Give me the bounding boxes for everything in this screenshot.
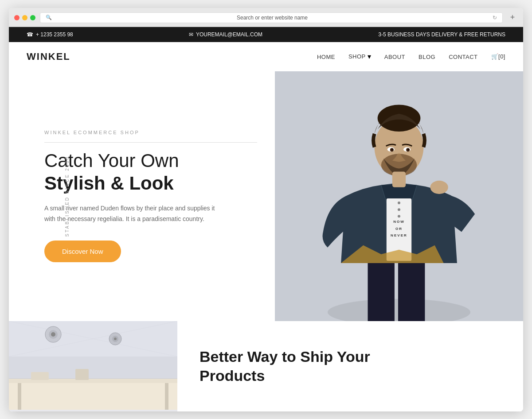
bottom-heading: Better Way to Ship Your Products bbox=[200, 347, 501, 385]
topbar-delivery: 3-5 BUSINESS DAYS DELIVERY & FREE RETURN… bbox=[378, 31, 505, 38]
browser-chrome: 🔍 Search or enter website name ↻ + bbox=[9, 8, 523, 27]
nav-link-shop[interactable]: SHOP bbox=[348, 53, 366, 60]
svg-point-29 bbox=[114, 338, 117, 340]
bottom-image bbox=[9, 321, 177, 410]
nav-item-shop[interactable]: SHOP ▾ bbox=[348, 52, 371, 61]
maximize-button[interactable] bbox=[30, 15, 35, 20]
bottom-heading-line2: Products bbox=[200, 367, 265, 384]
bottom-heading-line1: Better Way to Ship Your bbox=[200, 348, 370, 365]
nav-link-contact[interactable]: CONTACT bbox=[449, 54, 477, 60]
email-icon: ✉ bbox=[189, 31, 193, 38]
email-address: YOUREMAIL@EMAIL.COM bbox=[196, 31, 262, 38]
svg-point-26 bbox=[51, 332, 55, 337]
svg-rect-32 bbox=[9, 383, 177, 410]
address-bar[interactable]: 🔍 Search or enter website name ↻ bbox=[40, 12, 503, 23]
hero-section: STABLISHED SINCE 2000 WINKEL ECOMMERCE S… bbox=[9, 71, 523, 321]
new-tab-button[interactable]: + bbox=[507, 12, 518, 23]
svg-rect-36 bbox=[75, 369, 89, 380]
refresh-icon[interactable]: ↻ bbox=[493, 15, 497, 21]
address-text: Search or enter website name bbox=[55, 15, 490, 21]
bottom-left-image bbox=[9, 321, 177, 411]
svg-rect-33 bbox=[18, 383, 21, 410]
nav-link-home[interactable]: HOME bbox=[317, 54, 335, 60]
topbar-phone: ☎ + 1235 2355 98 bbox=[27, 31, 73, 38]
svg-rect-2 bbox=[368, 259, 395, 321]
svg-rect-3 bbox=[398, 259, 425, 321]
hero-left: STABLISHED SINCE 2000 WINKEL ECOMMERCE S… bbox=[9, 71, 275, 321]
browser-window: 🔍 Search or enter website name ↻ + ☎ + 1… bbox=[9, 8, 523, 411]
hero-image: NOW OR NEVER bbox=[275, 71, 523, 321]
nav-link-blog[interactable]: BLOG bbox=[419, 54, 435, 60]
svg-point-10 bbox=[398, 215, 400, 217]
svg-text:OR: OR bbox=[395, 226, 403, 230]
svg-rect-21 bbox=[392, 171, 406, 187]
site-content: ☎ + 1235 2355 98 ✉ YOUREMAIL@EMAIL.COM 3… bbox=[9, 27, 523, 411]
cart-link[interactable]: 🛒[0] bbox=[491, 53, 505, 60]
nav-links: HOME SHOP ▾ ABOUT BLOG CONTACT 🛒[0] bbox=[317, 52, 505, 61]
hero-right: NOW OR NEVER bbox=[275, 71, 523, 321]
search-icon: 🔍 bbox=[46, 15, 52, 20]
traffic-lights bbox=[14, 15, 35, 20]
site-logo[interactable]: WINKEL bbox=[27, 51, 70, 62]
nav-item-home[interactable]: HOME bbox=[317, 53, 335, 61]
svg-point-20 bbox=[407, 148, 409, 150]
svg-point-19 bbox=[391, 148, 393, 150]
delivery-text: 3-5 BUSINESS DAYS DELIVERY & FREE RETURN… bbox=[378, 31, 505, 38]
topbar-email: ✉ YOUREMAIL@EMAIL.COM bbox=[189, 31, 262, 38]
svg-text:NOW: NOW bbox=[393, 220, 405, 224]
svg-text:NEVER: NEVER bbox=[391, 233, 407, 237]
nav-item-blog[interactable]: BLOG bbox=[419, 53, 435, 61]
nav-item-contact[interactable]: CONTACT bbox=[449, 53, 477, 61]
nav-item-about[interactable]: ABOUT bbox=[384, 53, 405, 61]
top-bar: ☎ + 1235 2355 98 ✉ YOUREMAIL@EMAIL.COM 3… bbox=[9, 27, 523, 42]
hero-title-bold: Stylish & Look bbox=[44, 172, 257, 194]
vertical-text: STABLISHED SINCE 2000 bbox=[65, 155, 70, 237]
close-button[interactable] bbox=[14, 15, 20, 20]
chevron-down-icon: ▾ bbox=[368, 52, 371, 61]
svg-rect-35 bbox=[31, 372, 49, 380]
svg-point-11 bbox=[430, 180, 448, 194]
bottom-section: Better Way to Ship Your Products bbox=[9, 321, 523, 411]
phone-number: + 1235 2355 98 bbox=[36, 31, 73, 38]
hero-description: A small river named Duden flows by their… bbox=[44, 203, 222, 225]
bottom-right-text: Better Way to Ship Your Products bbox=[177, 321, 523, 411]
phone-icon: ☎ bbox=[27, 31, 33, 38]
svg-point-9 bbox=[398, 208, 400, 211]
minimize-button[interactable] bbox=[22, 15, 27, 20]
nav-item-cart[interactable]: 🛒[0] bbox=[491, 53, 505, 60]
hero-subtitle: WINKEL ECOMMERCE SHOP bbox=[44, 130, 257, 143]
svg-rect-34 bbox=[165, 383, 168, 410]
nav-link-about[interactable]: ABOUT bbox=[384, 54, 405, 60]
svg-point-8 bbox=[398, 202, 400, 204]
hero-title-light: Catch Your Own bbox=[44, 150, 257, 172]
main-navigation: WINKEL HOME SHOP ▾ ABOUT BLOG CONTACT 🛒[… bbox=[9, 42, 523, 71]
discover-now-button[interactable]: Discover Now bbox=[44, 241, 121, 262]
